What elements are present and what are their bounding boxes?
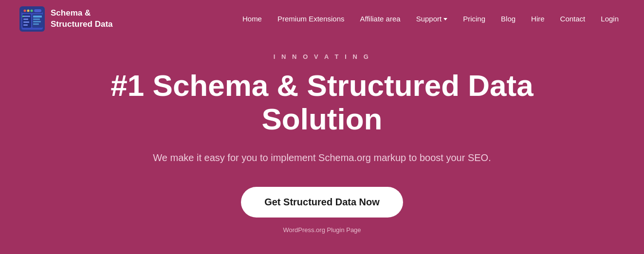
svg-rect-13 <box>33 16 42 18</box>
logo-text: Schema &Structured Data <box>51 8 113 29</box>
nav-link-home[interactable]: Home <box>237 12 268 26</box>
svg-rect-17 <box>22 16 24 17</box>
hero-eyebrow: I N N O V A T I N G <box>274 53 371 60</box>
hero-subtitle: We make it easy for you to implement Sch… <box>153 150 491 165</box>
svg-rect-16 <box>33 23 39 25</box>
nav-item-blog: Blog <box>495 15 521 23</box>
nav-item-hire: Hire <box>525 15 551 23</box>
svg-rect-15 <box>33 21 41 22</box>
nav-link-pricing[interactable]: Pricing <box>457 12 491 26</box>
hero-section: I N N O V A T I N G #1 Schema & Structur… <box>0 37 644 254</box>
logo-link[interactable]: Schema &Structured Data <box>19 6 113 32</box>
nav-item-home: Home <box>237 15 268 23</box>
nav-menu: Home Premium Extensions Affiliate area S… <box>237 12 625 26</box>
navbar: Schema &Structured Data Home Premium Ext… <box>0 0 644 37</box>
logo-icon <box>19 6 45 32</box>
svg-rect-9 <box>23 18 28 20</box>
svg-rect-10 <box>23 21 29 23</box>
svg-rect-11 <box>23 24 28 26</box>
svg-rect-8 <box>23 16 30 17</box>
svg-point-4 <box>27 9 30 12</box>
nav-item-pricing: Pricing <box>457 15 491 23</box>
nav-link-support[interactable]: Support <box>410 12 454 26</box>
svg-rect-6 <box>34 9 41 12</box>
nav-link-hire[interactable]: Hire <box>525 12 551 26</box>
nav-item-affiliate: Affiliate area <box>354 15 406 23</box>
nav-link-premium[interactable]: Premium Extensions <box>272 12 350 26</box>
nav-link-blog[interactable]: Blog <box>495 12 521 26</box>
nav-link-login[interactable]: Login <box>595 12 625 26</box>
svg-rect-14 <box>33 18 40 20</box>
nav-item-login: Login <box>595 15 625 23</box>
svg-point-3 <box>24 9 26 12</box>
nav-link-contact[interactable]: Contact <box>554 12 591 26</box>
nav-item-support: Support <box>410 12 454 26</box>
cta-button[interactable]: Get Structured Data Now <box>241 187 403 218</box>
nav-item-premium: Premium Extensions <box>272 15 350 23</box>
hero-title: #1 Schema & Structured Data Solution <box>55 69 590 135</box>
nav-link-affiliate[interactable]: Affiliate area <box>354 12 406 26</box>
chevron-down-icon <box>443 18 447 20</box>
wp-plugin-link[interactable]: WordPress.org Plugin Page <box>283 226 361 234</box>
svg-point-5 <box>31 9 33 12</box>
nav-item-contact: Contact <box>554 15 591 23</box>
